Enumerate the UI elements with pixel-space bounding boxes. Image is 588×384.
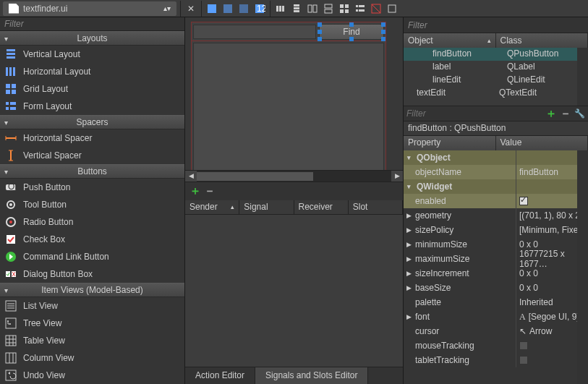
- svg-rect-19: [356, 5, 358, 7]
- widget-item[interactable]: Check Box: [0, 231, 184, 248]
- object-tree-header[interactable]: Object▴ Class: [404, 33, 588, 48]
- property-row[interactable]: ▶baseSize0 x 0: [404, 281, 588, 295]
- layout-form-button[interactable]: [352, 1, 368, 17]
- property-row[interactable]: tabletTracking: [404, 353, 588, 367]
- add-dynamic-prop-button[interactable]: ＋: [545, 106, 557, 121]
- property-row[interactable]: ▶sizeIncrement0 x 0: [404, 266, 588, 281]
- widget-label: Horizontal Spacer: [23, 133, 92, 143]
- widget-item[interactable]: Vertical Spacer: [0, 147, 184, 164]
- property-group[interactable]: ▾QWidget: [404, 179, 588, 194]
- widget-item[interactable]: Radio Button: [0, 213, 184, 231]
- close-file-button[interactable]: ✕: [183, 1, 199, 17]
- checkbox-icon[interactable]: [519, 197, 528, 205]
- break-layout-button[interactable]: [368, 1, 384, 17]
- mode-buddy-button[interactable]: [236, 1, 252, 17]
- widget-item[interactable]: Tree View: [0, 315, 184, 332]
- widget-icon: OK: [4, 181, 17, 194]
- signals-list[interactable]: [185, 215, 403, 367]
- widget-icon: [4, 369, 17, 382]
- object-row[interactable]: findButtonQPushButton: [404, 48, 577, 61]
- settings-icon[interactable]: 🔧: [574, 108, 585, 119]
- property-row[interactable]: ▶geometry[(701, 1), 80 x 24]: [404, 208, 588, 223]
- remove-signal-button[interactable]: －: [204, 184, 216, 199]
- widget-item[interactable]: Horizontal Layout: [0, 63, 184, 80]
- widget-item[interactable]: Horizontal Spacer: [0, 129, 184, 147]
- svg-point-47: [9, 221, 12, 223]
- widget-section-header[interactable]: ▾Buttons: [0, 164, 184, 179]
- object-tree[interactable]: findButtonQPushButtonlabelQLabellineEdit…: [404, 48, 577, 106]
- widget-item[interactable]: Command Link Button: [0, 248, 184, 265]
- form-widget[interactable]: Find: [191, 22, 386, 170]
- checkbox-icon[interactable]: [519, 356, 528, 364]
- object-tree-scrollbar[interactable]: [577, 48, 588, 106]
- checkbox-icon[interactable]: [519, 341, 528, 350]
- canvas-hscrollbar[interactable]: ◀▶: [185, 170, 403, 182]
- property-row[interactable]: ▶fontA [Segoe UI, 9]: [404, 310, 588, 324]
- layout-grid-button[interactable]: [336, 1, 352, 17]
- object-filter-input[interactable]: Filter: [404, 17, 588, 33]
- widget-label: Check Box: [23, 234, 65, 244]
- layout-vert-button[interactable]: [289, 1, 304, 17]
- layout-horiz-button[interactable]: [273, 1, 289, 17]
- widget-icon: [4, 132, 17, 145]
- adjust-size-button[interactable]: [384, 1, 400, 17]
- layout-hsplit-button[interactable]: [304, 1, 320, 17]
- widget-item[interactable]: Table View: [0, 332, 184, 349]
- widget-item[interactable]: Undo View: [0, 367, 184, 384]
- add-signal-button[interactable]: ＋: [189, 184, 201, 199]
- property-row[interactable]: mouseTracking: [404, 338, 588, 353]
- mode-tab-button[interactable]: 12: [252, 1, 268, 17]
- svg-rect-17: [340, 9, 344, 13]
- svg-rect-29: [6, 67, 8, 76]
- widget-filter-input[interactable]: Filter: [0, 17, 184, 31]
- tab-signals-editor[interactable]: Signals and Slots Editor: [255, 367, 368, 384]
- line-edit-widget[interactable]: [193, 25, 316, 39]
- widget-item[interactable]: OKPush Button: [0, 179, 184, 196]
- svg-rect-66: [6, 353, 16, 363]
- top-toolbar: textfinder.ui ▴▾ ✕ 12: [0, 0, 588, 17]
- property-row[interactable]: objectNamefindButton: [404, 165, 588, 179]
- widget-label: Form Layout: [23, 101, 72, 111]
- svg-rect-20: [359, 5, 365, 7]
- svg-rect-15: [340, 4, 344, 8]
- property-group[interactable]: ▾QObject: [404, 150, 588, 165]
- property-tree[interactable]: ▾QObjectobjectNamefindButton▾QWidgetenab…: [404, 150, 588, 367]
- widget-label: Tree View: [23, 318, 61, 328]
- property-header[interactable]: PropertyValue: [404, 136, 588, 150]
- object-row[interactable]: textEditQTextEdit: [404, 87, 577, 100]
- property-row[interactable]: ▶maximumSize16777215 x 1677…: [404, 252, 588, 266]
- property-row[interactable]: paletteInherited: [404, 295, 588, 310]
- property-row[interactable]: ▶sizePolicy[Minimum, Fixe…: [404, 223, 588, 237]
- widget-item[interactable]: Form Layout: [0, 98, 184, 115]
- svg-rect-61: [6, 336, 16, 346]
- find-button-widget[interactable]: Find: [319, 24, 384, 40]
- widget-section-header[interactable]: ▾Item Views (Model-Based): [0, 283, 184, 297]
- form-editor-panel: Find ◀▶ ＋ － Sender▴ Signal: [185, 17, 403, 384]
- text-edit-widget[interactable]: [193, 43, 384, 170]
- widget-item[interactable]: Dialog Button Box: [0, 265, 184, 283]
- widget-item[interactable]: Grid Layout: [0, 80, 184, 98]
- property-scrollbar[interactable]: [577, 150, 588, 384]
- svg-rect-33: [12, 84, 16, 88]
- widget-item[interactable]: Vertical Layout: [0, 46, 184, 63]
- widget-icon: [4, 351, 17, 364]
- widget-item[interactable]: Column View: [0, 349, 184, 367]
- mode-widget-button[interactable]: [204, 1, 220, 17]
- svg-rect-1: [223, 4, 232, 13]
- widget-section-header[interactable]: ▾Spacers: [0, 115, 184, 129]
- object-row[interactable]: lineEditQLineEdit: [404, 74, 577, 87]
- layout-vsplit-button[interactable]: [320, 1, 336, 17]
- design-canvas[interactable]: Find: [185, 17, 403, 170]
- widget-item[interactable]: List View: [0, 297, 184, 315]
- property-filter-input[interactable]: [406, 108, 542, 119]
- remove-dynamic-prop-button[interactable]: －: [560, 106, 571, 121]
- file-selector[interactable]: textfinder.ui ▴▾: [3, 1, 176, 16]
- svg-rect-48: [7, 235, 15, 244]
- mode-signals-button[interactable]: [220, 1, 236, 17]
- widget-item[interactable]: Tool Button: [0, 196, 184, 213]
- tab-action-editor[interactable]: Action Editor: [185, 367, 255, 384]
- widget-section-header[interactable]: ▾Layouts: [0, 31, 184, 46]
- property-row[interactable]: enabled: [404, 194, 588, 208]
- object-row[interactable]: labelQLabel: [404, 61, 577, 74]
- property-row[interactable]: cursor↖ Arrow: [404, 324, 588, 338]
